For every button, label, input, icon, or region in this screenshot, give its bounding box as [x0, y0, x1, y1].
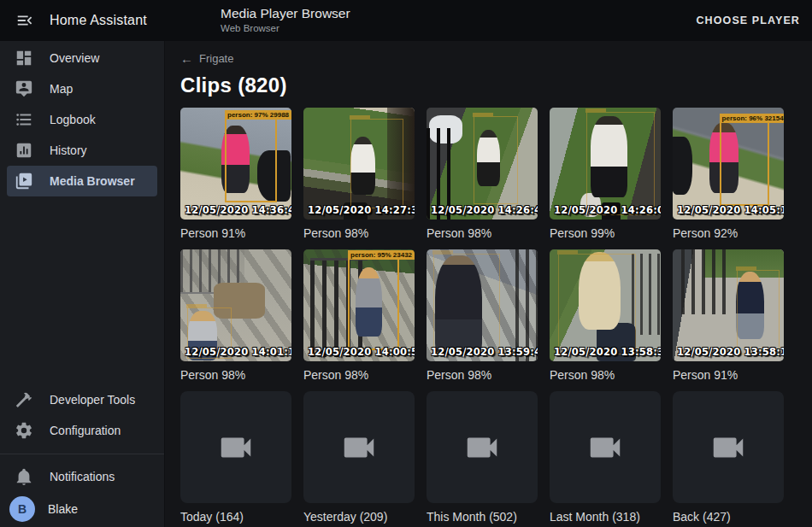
page-heading: Clips (820): [180, 73, 812, 97]
video-camera-icon: [585, 428, 625, 467]
choose-player-button[interactable]: CHOOSE PLAYER: [696, 15, 800, 26]
scene-figure: [673, 137, 692, 195]
detection-label: [736, 266, 756, 271]
sidebar: Overview Map Logbook History Media Brows…: [0, 41, 165, 527]
video-camera-icon: [709, 428, 748, 467]
list-bulleted-icon: [15, 110, 33, 129]
folder-card-yesterday[interactable]: Yesterday (209): [303, 391, 415, 524]
clip-caption: Person 98%: [427, 368, 538, 382]
home-assistant-app: Home Assistant Media Player Browser Web …: [0, 0, 812, 527]
folder-tile: [303, 391, 415, 503]
sidebar-item-label: Media Browser: [50, 174, 135, 188]
sidebar-item-history[interactable]: History: [7, 135, 157, 166]
clip-thumbnail: 12/05/2020 14:26:48: [427, 108, 538, 220]
sidebar-item-label: Developer Tools: [50, 393, 135, 407]
sidebar-item-overview[interactable]: Overview: [7, 43, 157, 73]
clip-caption: Person 98%: [180, 368, 291, 382]
clip-caption: Person 91%: [673, 368, 784, 382]
clip-timestamp: 12/05/2020 14:26:48: [431, 204, 538, 216]
hammer-icon: [15, 390, 33, 409]
video-camera-icon: [216, 428, 256, 467]
clip-card[interactable]: 12/05/2020 14:26:07 Person 99%: [550, 108, 661, 240]
clip-thumbnail: 12/05/2020 14:27:35: [303, 108, 415, 220]
detection-label: [186, 304, 207, 308]
folder-card-today[interactable]: Today (164): [180, 391, 291, 524]
clip-timestamp: 12/05/2020 14:27:35: [308, 204, 415, 216]
clip-timestamp: 12/05/2020 14:00:52: [308, 346, 415, 358]
clip-card[interactable]: 12/05/2020 14:01:14 Person 98%: [180, 249, 291, 382]
sidebar-item-notifications[interactable]: Notifications: [7, 461, 157, 492]
clip-timestamp: 12/05/2020 14:26:07: [554, 204, 661, 216]
app-title: Home Assistant: [50, 13, 147, 28]
breadcrumb-label: Frigate: [199, 52, 233, 65]
breadcrumb-back[interactable]: ← Frigate: [180, 51, 233, 65]
folder-caption: Last Month (318): [550, 510, 661, 524]
page-title-block: Media Player Browser Web Browser: [221, 6, 350, 34]
folder-tile: [550, 391, 661, 503]
clip-caption: Person 99%: [550, 226, 661, 240]
sidebar-toggle-button[interactable]: [15, 11, 34, 30]
folder-tile: [427, 391, 538, 503]
clip-thumbnail: person: 97% 29988 12/05/2020 14:36:47: [180, 108, 291, 220]
page-title: Media Player Browser: [221, 6, 350, 22]
tooltip-account-icon: [15, 79, 33, 98]
clip-thumbnail: 12/05/2020 14:01:14: [180, 249, 291, 361]
clip-card[interactable]: person: 97% 29988 12/05/2020 14:36:47 Pe…: [180, 108, 291, 240]
detection-label: person: 95% 23432: [348, 250, 415, 260]
clip-timestamp: 12/05/2020 14:05:17: [677, 204, 784, 216]
notifications-label: Notifications: [50, 470, 115, 483]
bell-icon: [15, 467, 33, 486]
sidebar-footer-nav: Developer Tools Configuration: [0, 384, 164, 446]
folder-caption: Back (427): [673, 510, 784, 524]
sidebar-item-configuration[interactable]: Configuration: [7, 415, 157, 446]
folder-card-back[interactable]: Back (427): [673, 391, 784, 524]
clip-thumbnail: 12/05/2020 13:58:30: [550, 249, 661, 361]
sidebar-item-map[interactable]: Map: [7, 73, 157, 104]
sidebar-item-logbook[interactable]: Logbook: [7, 104, 157, 135]
clip-timestamp: 12/05/2020 14:01:14: [185, 346, 291, 358]
detection-box: [586, 112, 656, 215]
detection-label: [432, 250, 453, 255]
scene-figure: [515, 249, 538, 361]
clip-card[interactable]: 12/05/2020 14:26:48 Person 98%: [427, 108, 538, 240]
sidebar-item-label: Overview: [50, 51, 99, 65]
sidebar-header: Home Assistant: [0, 11, 165, 30]
sidebar-item-developer-tools[interactable]: Developer Tools: [7, 384, 157, 415]
user-profile-item[interactable]: B Blake: [7, 492, 157, 525]
clip-thumbnail: 12/05/2020 13:58:17: [673, 249, 784, 361]
media-grid: person: 97% 29988 12/05/2020 14:36:47 Pe…: [180, 108, 812, 524]
sidebar-item-label: Configuration: [50, 424, 121, 437]
detection-label: person: 97% 29988: [225, 110, 291, 120]
clip-card[interactable]: 12/05/2020 13:58:17 Person 91%: [673, 249, 784, 382]
sidebar-item-label: History: [50, 143, 87, 157]
sidebar-divider: [0, 454, 164, 454]
clip-card[interactable]: person: 96% 32154 12/05/2020 14:05:17 Pe…: [673, 108, 784, 240]
detection-label: [350, 115, 370, 120]
detection-box: person: 95% 23432: [348, 258, 399, 349]
detection-label: [585, 108, 606, 113]
clip-caption: Person 98%: [303, 226, 415, 240]
clip-card[interactable]: person: 95% 23432 12/05/2020 14:00:52 Pe…: [303, 249, 415, 382]
folder-card-last-month[interactable]: Last Month (318): [550, 391, 661, 524]
clip-caption: Person 92%: [673, 226, 784, 240]
sidebar-item-media-browser[interactable]: Media Browser: [7, 166, 157, 196]
play-box-multiple-icon: [15, 172, 33, 190]
detection-label: person: 96% 32154: [720, 114, 784, 123]
detection-box: [350, 119, 403, 208]
avatar: B: [9, 496, 35, 522]
clip-card[interactable]: 12/05/2020 13:59:49 Person 98%: [427, 249, 538, 382]
menu-open-icon: [15, 11, 34, 30]
back-arrow-icon: ←: [180, 52, 193, 65]
view-dashboard-icon: [15, 49, 33, 67]
clip-thumbnail: 12/05/2020 14:26:07: [550, 108, 661, 220]
clip-thumbnail: person: 96% 32154 12/05/2020 14:05:17: [673, 108, 784, 220]
detection-label: [557, 250, 578, 255]
media-browser-content: ← Frigate Clips (820) person: 97% 29988 …: [165, 41, 812, 527]
detection-label: [473, 113, 493, 117]
folder-card-this-month[interactable]: This Month (502): [427, 391, 538, 524]
clip-timestamp: 12/05/2020 13:59:49: [431, 346, 538, 358]
folder-caption: Today (164): [180, 510, 291, 524]
clip-card[interactable]: 12/05/2020 14:27:35 Person 98%: [303, 108, 415, 240]
clip-card[interactable]: 12/05/2020 13:58:30 Person 98%: [550, 249, 661, 382]
detection-box: [433, 254, 500, 352]
